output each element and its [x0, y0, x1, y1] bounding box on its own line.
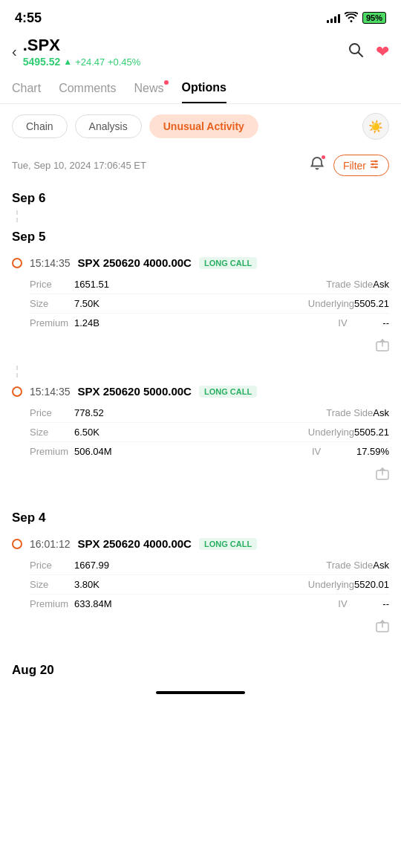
search-icon[interactable]: [348, 42, 364, 62]
value-size-1: 7.50K: [74, 298, 100, 309]
header-left: ‹ .SPX 5495.52 ▲ +24.47 +0.45%: [12, 36, 140, 68]
svg-point-6: [372, 163, 374, 166]
tab-comments[interactable]: Comments: [59, 74, 116, 103]
back-button[interactable]: ‹: [12, 43, 17, 60]
trade-symbol-2: SPX 250620 5000.00C: [78, 385, 192, 398]
detail-row-3-2: Premium 633.84M IV --: [30, 595, 389, 613]
detail-row-3-1: Size 3.80K Underlying 5520.01: [30, 575, 389, 595]
label-size-1: Size: [30, 298, 74, 309]
value-tradeside-3: Ask: [373, 560, 389, 571]
tab-news[interactable]: News: [134, 74, 163, 103]
news-notification-dot: [164, 80, 169, 85]
value-price-1: 1651.51: [74, 279, 109, 290]
section-gap-2: [0, 647, 401, 655]
filter-sliders-icon: [369, 159, 379, 172]
label-price-2: Price: [30, 407, 74, 418]
trade-indicator-icon-2: [12, 386, 22, 397]
share-button-3[interactable]: [12, 616, 389, 642]
detail-row-1-0: Price 1651.51 Trade Side Ask: [30, 275, 389, 294]
bell-notification-dot: [322, 155, 325, 159]
detail-row-1-1: Size 7.50K Underlying 5505.21: [30, 294, 389, 314]
filter-button[interactable]: Filter: [333, 155, 389, 176]
svg-line-1: [359, 53, 363, 57]
status-icons: 95%: [327, 12, 386, 25]
share-button-1[interactable]: [12, 335, 389, 361]
ticker-price: 5495.52: [23, 56, 61, 68]
label-premium-1: Premium: [30, 317, 74, 328]
label-price-1: Price: [30, 279, 74, 290]
theme-toggle-button[interactable]: ☀️: [362, 113, 389, 140]
label-underlying-1: Underlying: [308, 298, 354, 309]
value-iv-3: --: [382, 598, 389, 609]
value-tradeside-1: Ask: [373, 279, 389, 290]
price-up-arrow-icon: ▲: [63, 56, 72, 67]
value-tradeside-2: Ask: [373, 407, 389, 418]
trade-details-1: Price 1651.51 Trade Side Ask Size 7.50K …: [30, 275, 389, 332]
timestamp-label: Tue, Sep 10, 2024 17:06:45 ET: [12, 160, 146, 171]
value-size-3: 3.80K: [74, 579, 100, 590]
trade-header-3: 16:01:12 SPX 250620 4000.00C LONG CALL: [12, 537, 389, 550]
trade-time-1: 15:14:35: [30, 257, 71, 269]
header: ‹ .SPX 5495.52 ▲ +24.47 +0.45% ❤: [0, 33, 401, 74]
subtab-unusual-activity[interactable]: Unusual Activity: [149, 114, 258, 138]
trade-indicator-icon-3: [12, 539, 22, 549]
notification-bell-button[interactable]: [310, 156, 325, 175]
label-price-3: Price: [30, 560, 74, 571]
detail-row-3-0: Price 1667.99 Trade Side Ask: [30, 556, 389, 575]
wifi-icon: [345, 12, 358, 25]
label-iv-3: IV: [338, 598, 382, 609]
trade-time-3: 16:01:12: [30, 538, 71, 550]
label-tradeside-1: Trade Side: [326, 279, 373, 290]
share-icon-1: [376, 338, 389, 355]
subtab-chain[interactable]: Chain: [12, 114, 68, 138]
label-premium-2: Premium: [30, 446, 74, 457]
label-underlying-2: Underlying: [308, 427, 354, 438]
trade-card-1: 15:14:35 SPX 250620 4000.00C LONG CALL P…: [0, 249, 401, 366]
share-icon-3: [376, 619, 389, 636]
detail-row-2-0: Price 778.52 Trade Side Ask: [30, 404, 389, 423]
header-right: ❤: [348, 42, 389, 62]
trade-badge-2: LONG CALL: [199, 386, 257, 398]
label-tradeside-2: Trade Side: [326, 407, 373, 418]
ticker-symbol: .SPX: [23, 36, 141, 55]
section-header-aug20: Aug 20: [0, 655, 401, 682]
value-price-3: 1667.99: [74, 560, 109, 571]
share-icon-2: [376, 467, 389, 484]
subtab-analysis[interactable]: Analysis: [75, 114, 142, 138]
trade-details-2: Price 778.52 Trade Side Ask Size 6.50K U…: [30, 404, 389, 461]
trade-card-3: 16:01:12 SPX 250620 4000.00C LONG CALL P…: [0, 530, 401, 647]
favorite-icon[interactable]: ❤: [376, 42, 389, 62]
bell-icon: [310, 158, 325, 174]
sun-icon: ☀️: [368, 120, 383, 134]
value-premium-1: 1.24B: [74, 317, 100, 328]
tab-options[interactable]: Options: [182, 74, 226, 103]
signal-bars-icon: [327, 13, 340, 23]
trade-header-1: 15:14:35 SPX 250620 4000.00C LONG CALL: [12, 256, 389, 269]
bottom-bar: [0, 682, 401, 700]
section-header-sep6: Sep 6: [0, 184, 401, 210]
detail-row-2-1: Size 6.50K Underlying 5505.21: [30, 423, 389, 442]
ticker-price-row: 5495.52 ▲ +24.47 +0.45%: [23, 56, 141, 68]
label-underlying-3: Underlying: [308, 579, 354, 590]
value-underlying-1: 5505.21: [354, 298, 389, 309]
section-header-sep5: Sep 5: [0, 222, 401, 249]
value-premium-3: 633.84M: [74, 598, 112, 609]
value-price-2: 778.52: [74, 407, 104, 418]
toolbar-row: Tue, Sep 10, 2024 17:06:45 ET Filter: [0, 149, 401, 184]
trade-header-2: 15:14:35 SPX 250620 5000.00C LONG CALL: [12, 385, 389, 398]
share-button-2[interactable]: [12, 464, 389, 490]
trade-details-3: Price 1667.99 Trade Side Ask Size 3.80K …: [30, 556, 389, 613]
status-bar: 4:55 95%: [0, 0, 401, 33]
trade-time-2: 15:14:35: [30, 386, 71, 398]
tab-chart[interactable]: Chart: [12, 74, 41, 103]
label-tradeside-3: Trade Side: [326, 560, 373, 571]
label-iv-2: IV: [312, 446, 356, 457]
trade-card-2: 15:14:35 SPX 250620 5000.00C LONG CALL P…: [0, 378, 401, 494]
value-iv-2: 17.59%: [356, 446, 389, 457]
label-iv-1: IV: [338, 317, 382, 328]
status-time: 4:55: [15, 10, 42, 26]
label-premium-3: Premium: [30, 598, 74, 609]
connector-between-trades: [16, 366, 18, 378]
section-gap-1: [0, 494, 401, 503]
svg-point-5: [375, 161, 377, 163]
